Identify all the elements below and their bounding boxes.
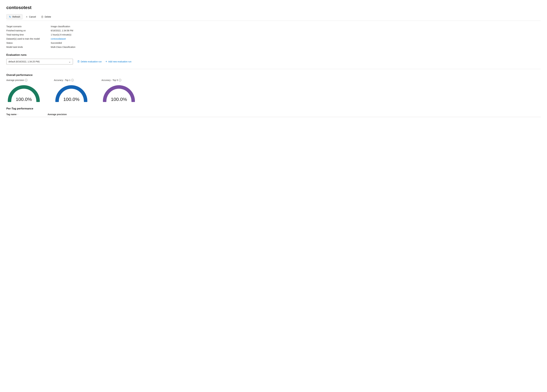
gauge-value-1: 100.0%	[63, 97, 79, 102]
gauge-label-2: Accuracy - Top 5 i	[102, 79, 121, 81]
table-header-tag-name[interactable]: Tag name ↑	[6, 113, 48, 116]
delete-eval-icon	[77, 60, 80, 63]
plus-icon: +	[105, 60, 107, 63]
delete-icon	[41, 15, 44, 18]
refresh-label: Refresh	[12, 15, 20, 18]
gauge-accuracy-top1: Accuracy - Top 1 i 100.0%	[54, 79, 89, 102]
info-value-5: Multi-Class Classification	[51, 46, 541, 48]
cancel-icon: ✕	[25, 15, 28, 18]
refresh-button[interactable]: ↻ Refresh	[6, 14, 22, 19]
gauge-accuracy-top5: Accuracy - Top 5 i 100.0%	[102, 79, 136, 102]
delete-eval-run-button[interactable]: Delete evaluation run	[77, 60, 102, 63]
evaluation-runs-section: Evaluation runs default (6/16/2022, 1:34…	[6, 53, 541, 69]
info-label-3: Dataset(s) used to train the model	[6, 38, 51, 40]
gauge-label-1: Accuracy - Top 1 i	[54, 79, 74, 81]
chevron-down-icon: ⌄	[68, 60, 71, 63]
info-label-5: Model task kinds	[6, 46, 51, 48]
info-label-1: Finished training on	[6, 29, 51, 32]
eval-runs-dropdown[interactable]: default (6/16/2022, 1:34:25 PM) ⌄	[6, 59, 73, 65]
info-grid: Target scenario Image classification Fin…	[6, 25, 541, 48]
gauge-svg-1: 100.0%	[54, 83, 89, 102]
gauges-row: Average precision i 100.0% Accuracy - To…	[6, 79, 541, 102]
cancel-label: Cancel	[29, 15, 36, 18]
info-value-4: Succeeded	[51, 42, 541, 44]
page-title: contosotest	[6, 5, 541, 10]
svg-rect-9	[78, 61, 79, 62]
add-eval-run-label: Add new evaluation run	[108, 60, 131, 63]
gauge-average-precision: Average precision i 100.0%	[6, 79, 41, 102]
overall-performance-title: Overall performance	[6, 73, 541, 77]
eval-runs-dropdown-value: default (6/16/2022, 1:34:25 PM)	[8, 60, 40, 63]
toolbar: ↻ Refresh ✕ Cancel Delete	[6, 13, 541, 21]
add-eval-run-button[interactable]: + Add new evaluation run	[105, 60, 131, 63]
info-label-2: Total training time	[6, 33, 51, 36]
cancel-button[interactable]: ✕ Cancel	[23, 14, 38, 19]
eval-actions: Delete evaluation run + Add new evaluati…	[77, 60, 131, 63]
delete-eval-run-label: Delete evaluation run	[81, 60, 102, 63]
info-value-1: 6/16/2022, 1:34:58 PM	[51, 29, 541, 32]
info-value-0: Image classification	[51, 25, 541, 28]
info-value-2: 1 hour(s) 8 minute(s)	[51, 33, 541, 36]
delete-button[interactable]: Delete	[39, 14, 53, 19]
svg-rect-10	[79, 61, 79, 62]
svg-rect-8	[78, 61, 78, 62]
info-icon-1[interactable]: i	[71, 79, 74, 81]
per-tag-title: Per-Tag performance	[6, 107, 541, 110]
svg-rect-4	[43, 16, 43, 18]
svg-rect-6	[77, 61, 80, 61]
svg-rect-11	[78, 62, 79, 62]
gauge-value-2: 100.0%	[111, 97, 127, 102]
info-icon-2[interactable]: i	[119, 79, 121, 81]
sort-arrow-icon: ↑	[17, 113, 18, 115]
svg-rect-1	[42, 16, 43, 16]
gauge-svg-2: 100.0%	[102, 83, 136, 102]
eval-runs-row: default (6/16/2022, 1:34:25 PM) ⌄ Delete…	[6, 59, 541, 69]
per-tag-section: Per-Tag performance Tag name ↑ Average p…	[6, 107, 541, 117]
gauge-label-0: Average precision i	[6, 79, 27, 81]
evaluation-runs-title: Evaluation runs	[6, 53, 541, 57]
info-label-4: Status	[6, 42, 51, 44]
table-header-avg-precision: Average precision	[48, 113, 89, 116]
svg-rect-7	[78, 60, 79, 60]
svg-rect-2	[41, 16, 42, 18]
gauge-value-0: 100.0%	[16, 97, 32, 102]
overall-performance-section: Overall performance Average precision i …	[6, 73, 541, 102]
table-header-row: Tag name ↑ Average precision	[6, 113, 541, 117]
gauge-svg-0: 100.0%	[6, 83, 41, 102]
info-icon-0[interactable]: i	[25, 79, 27, 81]
delete-label: Delete	[45, 15, 51, 18]
info-label-0: Target scenario	[6, 25, 51, 28]
dataset-link[interactable]: contosodataset	[51, 38, 541, 40]
svg-rect-3	[42, 16, 42, 18]
refresh-icon: ↻	[9, 15, 11, 18]
